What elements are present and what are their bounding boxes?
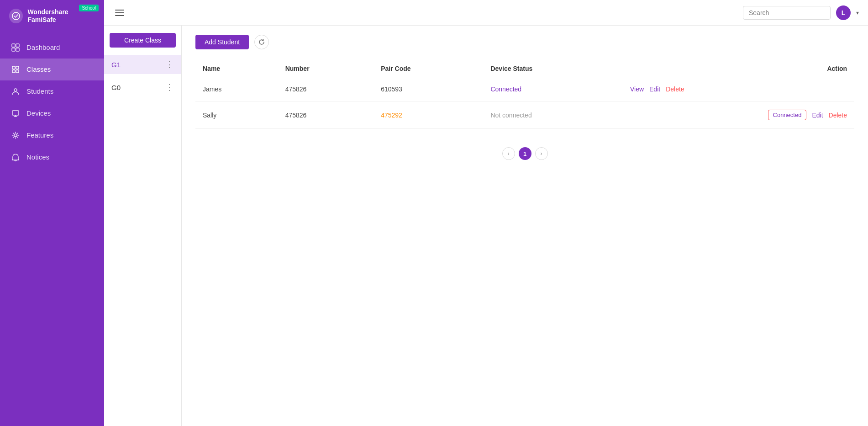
sidebar: Wondershare FamiSafe School Dashboard	[0, 0, 104, 426]
svg-point-0	[12, 12, 20, 20]
sidebar-item-devices[interactable]: Devices	[0, 102, 104, 124]
student-name: James	[195, 77, 278, 101]
main-area: L ▾ Create Class G1 ⋮ G0 ⋮ Add Student	[104, 0, 868, 426]
students-icon	[11, 87, 20, 96]
sidebar-item-dashboard[interactable]: Dashboard	[0, 37, 104, 59]
svg-rect-4	[16, 48, 19, 51]
devices-icon	[11, 109, 20, 118]
edit-action[interactable]: Edit	[649, 85, 660, 93]
notices-icon	[11, 153, 20, 162]
student-name: Sally	[195, 101, 278, 129]
svg-rect-3	[12, 48, 15, 51]
table-row: Sally 475826 475292 Not connected Connec…	[195, 101, 854, 129]
refresh-icon	[258, 39, 265, 45]
sidebar-item-label: Students	[26, 87, 53, 95]
sidebar-nav: Dashboard Classes Students	[0, 32, 104, 426]
sidebar-item-notices[interactable]: Notices	[0, 146, 104, 168]
left-panel: Create Class G1 ⋮ G0 ⋮	[104, 26, 182, 426]
hamburger-icon	[115, 10, 124, 11]
hamburger-icon	[115, 15, 124, 16]
topbar: L ▾	[104, 0, 868, 26]
content-area: Create Class G1 ⋮ G0 ⋮ Add Student	[104, 26, 868, 426]
classes-icon	[11, 65, 20, 74]
add-student-button[interactable]: Add Student	[195, 35, 249, 49]
device-status: Not connected	[483, 101, 623, 129]
col-header-action: Action	[623, 60, 854, 77]
pair-code: 610593	[374, 77, 483, 101]
sidebar-item-classes[interactable]: Classes	[0, 59, 104, 80]
right-panel: Add Student Name Number Pair Code Device…	[182, 26, 868, 426]
table-row: James 475826 610593 Connected View Edit …	[195, 77, 854, 101]
app-logo	[9, 9, 23, 23]
student-number: 475826	[278, 77, 374, 101]
sidebar-item-label: Features	[26, 131, 53, 139]
sidebar-item-label: Classes	[26, 65, 51, 73]
refresh-button[interactable]	[254, 35, 269, 49]
hamburger-icon	[115, 12, 124, 13]
svg-rect-2	[16, 44, 19, 47]
school-badge: School	[79, 5, 99, 11]
create-class-button[interactable]: Create Class	[110, 33, 176, 48]
student-number: 475826	[278, 101, 374, 129]
svg-rect-8	[16, 70, 19, 73]
sidebar-header: Wondershare FamiSafe School	[0, 0, 104, 32]
action-cell: View Edit Delete	[623, 77, 854, 101]
current-page[interactable]: 1	[519, 147, 531, 160]
device-status: Connected	[483, 77, 623, 101]
svg-rect-6	[16, 66, 19, 69]
svg-rect-1	[12, 44, 15, 47]
dashboard-icon	[11, 43, 20, 52]
class-menu-icon[interactable]: ⋮	[165, 59, 174, 69]
svg-rect-5	[12, 66, 15, 69]
topbar-right: L ▾	[743, 5, 859, 20]
action-group: Connected Edit Delete	[630, 110, 847, 120]
col-header-name: Name	[195, 60, 278, 77]
topbar-left	[113, 8, 126, 18]
edit-action[interactable]: Edit	[812, 112, 823, 119]
action-group: View Edit Delete	[630, 85, 847, 93]
col-header-pair-code: Pair Code	[374, 60, 483, 77]
class-name: G0	[111, 84, 121, 91]
class-name: G1	[111, 61, 121, 69]
features-icon	[11, 131, 20, 140]
view-action[interactable]: View	[630, 85, 644, 93]
pair-code[interactable]: 475292	[374, 101, 483, 129]
prev-page-button[interactable]: ‹	[502, 147, 515, 160]
students-table: Name Number Pair Code Device Status Acti…	[195, 60, 854, 129]
class-item-g0[interactable]: G0 ⋮	[104, 78, 181, 97]
delete-action[interactable]: Delete	[829, 112, 847, 119]
next-page-button[interactable]: ›	[535, 147, 548, 160]
svg-point-9	[14, 89, 17, 91]
connected-button[interactable]: Connected	[768, 110, 807, 120]
search-input[interactable]	[743, 6, 831, 20]
class-item-g1[interactable]: G1 ⋮	[104, 55, 181, 74]
action-cell: Connected Edit Delete	[623, 101, 854, 129]
col-header-number: Number	[278, 60, 374, 77]
panel-header: Add Student	[195, 35, 854, 49]
sidebar-item-label: Notices	[26, 153, 49, 161]
sidebar-item-label: Dashboard	[26, 43, 60, 51]
sidebar-item-label: Devices	[26, 109, 51, 117]
pagination: ‹ 1 ›	[195, 147, 854, 169]
sidebar-item-students[interactable]: Students	[0, 80, 104, 102]
chevron-down-icon[interactable]: ▾	[856, 10, 859, 16]
svg-point-11	[14, 134, 17, 137]
svg-rect-7	[12, 70, 15, 73]
svg-rect-10	[12, 111, 19, 115]
col-header-device-status: Device Status	[483, 60, 623, 77]
hamburger-button[interactable]	[113, 8, 126, 18]
class-menu-icon[interactable]: ⋮	[165, 82, 174, 92]
sidebar-item-features[interactable]: Features	[0, 124, 104, 146]
delete-action[interactable]: Delete	[666, 85, 684, 93]
avatar[interactable]: L	[836, 5, 851, 20]
